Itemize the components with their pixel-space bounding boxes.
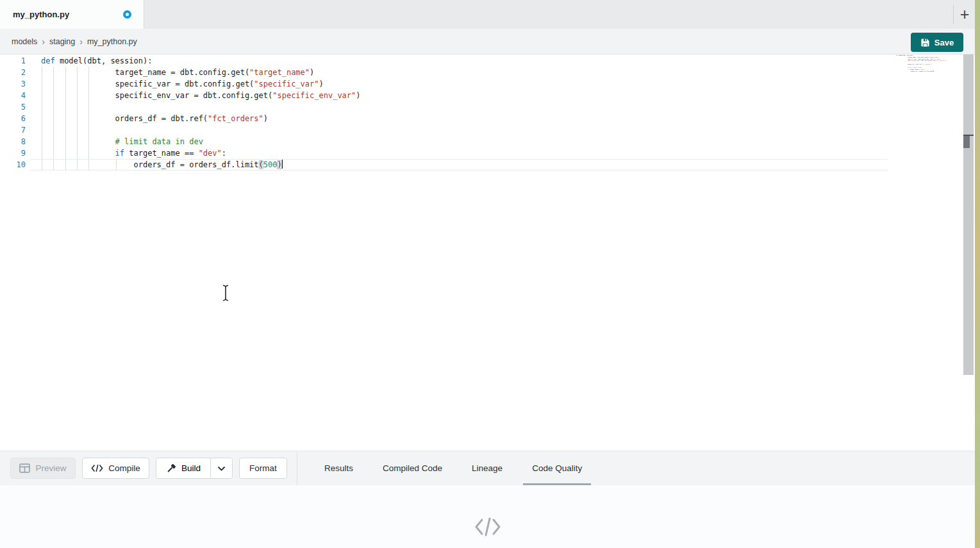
code-line[interactable]: orders_df = orders_df.limit(500) xyxy=(41,159,361,170)
code-line[interactable]: specific_var = dbt.config.get("specific_… xyxy=(41,78,361,90)
divider xyxy=(297,451,297,486)
chevron-right-icon: › xyxy=(37,37,49,47)
code-line[interactable]: orders_df = dbt.ref("fct_orders") xyxy=(41,113,361,124)
line-number: 10 xyxy=(0,159,26,170)
breadcrumb-item-staging[interactable]: staging xyxy=(49,37,75,46)
tab-code-quality[interactable]: Code Quality xyxy=(527,451,587,486)
code-line[interactable]: def model(dbt, session): xyxy=(41,55,361,67)
code-brackets-icon xyxy=(91,464,103,472)
code-line[interactable]: if target_name == "dev": xyxy=(41,147,361,159)
dbt-cloud-ide: my_python.py + models › staging › my_pyt… xyxy=(0,0,980,548)
chevron-down-icon xyxy=(217,466,226,471)
bottom-toolbar: Preview Compile Build Format xyxy=(0,451,975,485)
minimap-line: specific_env_var = dbt.config.get("speci… xyxy=(896,60,950,62)
editor-tab-bar: my_python.py + xyxy=(0,0,975,29)
build-button-label: Build xyxy=(181,463,201,473)
line-number: 7 xyxy=(0,124,26,136)
preview-button[interactable]: Preview xyxy=(10,458,76,479)
preview-button-label: Preview xyxy=(35,463,66,473)
mouse-text-cursor-icon xyxy=(221,284,230,304)
save-button[interactable]: Save xyxy=(911,33,963,52)
tab-compiled-code-label: Compiled Code xyxy=(383,463,442,473)
code-lines: def model(dbt, session): target_name = d… xyxy=(41,55,361,170)
line-number-gutter: 12345678910 xyxy=(0,55,26,170)
code-editor[interactable]: 12345678910 def model(dbt, session): tar… xyxy=(0,54,975,451)
code-line[interactable]: target_name = dbt.config.get("target_nam… xyxy=(41,67,361,78)
tab-results-label: Results xyxy=(324,463,353,473)
desktop-wallpaper-edge xyxy=(975,0,980,548)
build-options-dropdown-button[interactable] xyxy=(210,458,232,478)
line-number: 3 xyxy=(0,78,26,90)
scrollbar-thumb[interactable] xyxy=(963,136,970,148)
tab-title: my_python.py xyxy=(13,10,69,19)
tab-compiled-code[interactable]: Compiled Code xyxy=(378,451,447,486)
code-line[interactable]: specific_env_var = dbt.config.get("speci… xyxy=(41,90,361,101)
tab-results[interactable]: Results xyxy=(319,451,358,486)
floppy-disk-icon xyxy=(920,38,930,47)
code-line[interactable] xyxy=(41,101,361,113)
line-number: 5 xyxy=(0,101,26,113)
tab-lineage[interactable]: Lineage xyxy=(467,451,508,486)
line-number: 2 xyxy=(0,67,26,78)
format-button[interactable]: Format xyxy=(239,458,287,479)
minimap[interactable]: def model(dbt, session): target_name = d… xyxy=(896,54,950,72)
line-number: 1 xyxy=(0,55,26,67)
result-tabs: Results Compiled Code Lineage Code Quali… xyxy=(319,451,587,486)
breadcrumb-item-file[interactable]: my_python.py xyxy=(87,37,137,46)
text-caret xyxy=(282,160,283,169)
compile-button-label: Compile xyxy=(108,463,140,473)
hammer-icon xyxy=(166,463,176,474)
minimap-line: orders_df = orders_df.limit(500) xyxy=(896,71,950,72)
breadcrumb-item-models[interactable]: models xyxy=(12,37,37,46)
save-button-label: Save xyxy=(934,38,954,47)
breadcrumb: models › staging › my_python.py xyxy=(12,29,137,54)
divider xyxy=(953,5,954,24)
tab-code-quality-label: Code Quality xyxy=(532,463,582,473)
build-split-button: Build xyxy=(156,458,233,479)
unsaved-changes-indicator-icon xyxy=(123,10,131,19)
line-number: 6 xyxy=(0,113,26,124)
new-tab-button[interactable]: + xyxy=(955,4,974,24)
code-empty-state-icon xyxy=(474,517,501,539)
format-button-label: Format xyxy=(249,463,277,473)
tab-lineage-label: Lineage xyxy=(472,463,502,473)
breadcrumb-bar: models › staging › my_python.py xyxy=(0,29,975,54)
line-number: 9 xyxy=(0,147,26,159)
build-button[interactable]: Build xyxy=(156,458,210,478)
table-grid-icon xyxy=(19,463,30,473)
code-line[interactable]: # limit data in dev xyxy=(41,136,361,147)
code-quality-panel xyxy=(0,485,975,548)
compile-button[interactable]: Compile xyxy=(82,458,149,479)
chevron-right-icon: › xyxy=(75,37,87,47)
line-number: 4 xyxy=(0,90,26,101)
code-line[interactable] xyxy=(41,124,361,136)
editor-scrollbar[interactable] xyxy=(963,54,974,375)
line-number: 8 xyxy=(0,136,26,147)
